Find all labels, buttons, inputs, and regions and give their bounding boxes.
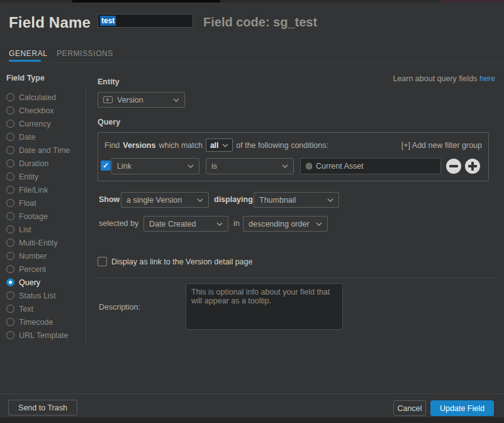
query-label: Query — [98, 118, 120, 127]
field-type-option-float[interactable]: Float — [6, 196, 82, 210]
chevron-down-icon — [197, 198, 203, 202]
radio-icon[interactable] — [6, 291, 14, 300]
field-name-input[interactable]: test — [98, 14, 193, 28]
cancel-button[interactable]: Cancel — [393, 400, 426, 416]
display-as-link-checkbox[interactable] — [98, 257, 107, 266]
condition-field-value: Link — [117, 162, 132, 171]
field-type-label: Percent — [19, 265, 46, 274]
chevron-down-icon — [327, 198, 333, 202]
condition-checkbox[interactable]: ✓ — [101, 161, 111, 171]
field-type-label: Duration — [19, 159, 48, 168]
field-type-option-url-template[interactable]: URL Template — [6, 329, 82, 342]
field-type-option-number[interactable]: Number — [6, 249, 82, 262]
field-type-label: Date — [19, 133, 35, 142]
show-count-select[interactable]: a single Version — [121, 192, 209, 208]
add-filter-group-button[interactable]: [+] Add new filter group — [401, 141, 482, 150]
field-code-text: Field code: sg_test — [203, 15, 317, 30]
radio-icon[interactable] — [6, 159, 14, 167]
field-type-option-timecode[interactable]: Timecode — [6, 315, 82, 329]
field-name-value: test — [100, 16, 116, 26]
radio-icon[interactable] — [6, 93, 14, 101]
show-count-value: a single Version — [126, 196, 182, 205]
radio-icon[interactable] — [6, 146, 14, 154]
field-type-label: Status List — [19, 291, 55, 300]
radio-icon[interactable] — [6, 331, 14, 339]
description-textarea[interactable] — [186, 283, 343, 330]
radio-icon[interactable] — [6, 172, 14, 181]
field-type-option-multi-entity[interactable]: Multi-Entity — [6, 236, 82, 249]
condition-operator-select[interactable]: is — [206, 158, 294, 174]
field-type-option-query[interactable]: Query — [6, 276, 82, 289]
tab-divider — [0, 62, 504, 63]
displaying-value: Thumbnail — [259, 196, 296, 205]
tab-general[interactable]: GENERAL — [9, 49, 48, 58]
radio-icon[interactable] — [6, 133, 14, 141]
field-type-label: Calculated — [19, 93, 56, 102]
display-as-link-row[interactable]: Display as link to the Version detail pa… — [98, 257, 252, 266]
sort-field-value: Date Created — [149, 220, 196, 228]
radio-icon[interactable] — [6, 120, 14, 128]
send-to-trash-button[interactable]: Send to Trash — [8, 400, 77, 415]
field-type-option-currency[interactable]: Currency — [6, 117, 82, 130]
sort-order-value: descending order — [249, 220, 310, 228]
displaying-select[interactable]: Thumbnail — [254, 192, 339, 208]
page-edge-bottom — [0, 417, 504, 423]
field-settings-dialog: Field Name test Field code: sg_test GENE… — [0, 0, 504, 423]
field-type-option-status-list[interactable]: Status List — [6, 289, 82, 302]
find-prefix: Find — [104, 141, 120, 150]
condition-operator-value: is — [211, 162, 217, 171]
field-type-option-duration[interactable]: Duration — [6, 157, 82, 170]
radio-icon[interactable] — [6, 106, 14, 115]
add-condition-button[interactable] — [464, 158, 481, 174]
field-type-label: Currency — [19, 120, 51, 128]
radio-icon[interactable] — [6, 186, 14, 194]
entity-label: Entity — [98, 77, 120, 86]
radio-icon[interactable] — [6, 252, 14, 260]
radio-icon[interactable] — [6, 318, 14, 326]
update-field-button[interactable]: Update Field — [430, 400, 494, 416]
sort-order-select[interactable]: descending order — [243, 216, 328, 232]
asset-cube-icon — [305, 162, 313, 171]
radio-icon[interactable] — [6, 199, 14, 207]
entity-value: Version — [117, 96, 143, 104]
field-type-option-calculated[interactable]: Calculated — [6, 91, 82, 104]
radio-icon[interactable] — [6, 305, 14, 313]
display-as-link-label: Display as link to the Version detail pa… — [111, 257, 252, 266]
check-icon: ✓ — [103, 162, 109, 169]
entity-select[interactable]: Version — [98, 92, 185, 108]
field-type-option-file-link[interactable]: File/Link — [6, 183, 82, 196]
learn-here-link[interactable]: here — [479, 74, 495, 83]
field-type-option-checkbox[interactable]: Checkbox — [6, 104, 82, 117]
sort-field-select[interactable]: Date Created — [143, 216, 228, 232]
radio-icon[interactable] — [6, 239, 14, 247]
field-type-label: Text — [19, 305, 33, 313]
field-type-label: Footage — [19, 212, 48, 221]
plus-icon — [464, 158, 481, 174]
minus-icon — [445, 158, 462, 174]
field-type-option-date[interactable]: Date — [6, 130, 82, 144]
find-entity: Versions — [123, 141, 155, 150]
remove-condition-button[interactable] — [445, 158, 462, 174]
condition-field-select[interactable]: Link — [111, 158, 199, 174]
field-type-option-footage[interactable]: Footage — [6, 210, 82, 223]
field-type-option-text[interactable]: Text — [6, 302, 82, 315]
radio-icon[interactable] — [6, 278, 14, 286]
chevron-down-icon — [316, 222, 322, 226]
match-select[interactable]: all — [206, 138, 233, 152]
field-type-option-date-and-time[interactable]: Date and Time — [6, 144, 82, 157]
radio-icon[interactable] — [6, 265, 14, 273]
field-type-option-list[interactable]: List — [6, 223, 82, 236]
radio-icon[interactable] — [6, 212, 14, 220]
condition-value-input[interactable]: Current Asset — [300, 158, 441, 174]
field-name-heading: Field Name — [9, 14, 91, 31]
field-type-option-percent[interactable]: Percent — [6, 262, 82, 276]
chevron-down-icon — [188, 164, 194, 168]
radio-icon[interactable] — [6, 225, 14, 234]
match-value: all — [210, 141, 218, 150]
field-type-option-entity[interactable]: Entity — [6, 170, 82, 183]
field-type-label: Checkbox — [19, 106, 54, 115]
description-label: Description: — [99, 303, 140, 312]
tab-permissions[interactable]: PERMISSIONS — [57, 49, 113, 58]
displaying-label: displaying — [214, 195, 253, 204]
field-type-label: File/Link — [19, 186, 48, 195]
